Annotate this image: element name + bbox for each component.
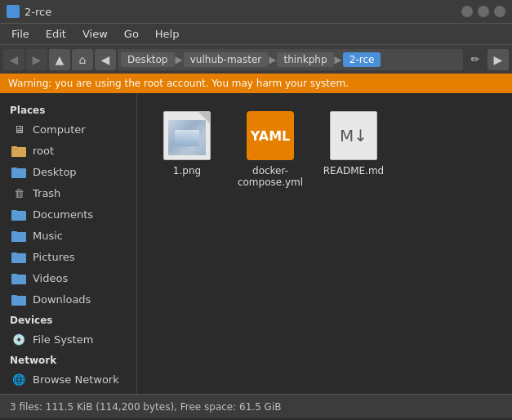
sidebar-item-computer[interactable]: 🖥 Computer xyxy=(2,118,135,140)
sidebar-label-filesystem: File System xyxy=(33,333,93,346)
back-button[interactable]: ◀ xyxy=(3,49,24,70)
breadcrumb-2rce[interactable]: 2-rce xyxy=(343,52,381,67)
yaml-label: YAML xyxy=(251,128,291,144)
places-section-title: Places xyxy=(0,100,136,118)
status-text: 3 files: 111.5 KiB (114,200 bytes), Free… xyxy=(10,401,281,413)
md-thumbnail: M↓ xyxy=(330,111,377,160)
desktop-folder-icon xyxy=(11,164,26,179)
breadcrumb-sep-1: ▶ xyxy=(175,54,184,65)
videos-folder-icon xyxy=(11,270,26,285)
file-label-png: 1.png xyxy=(173,165,201,176)
md-icon-symbol: M↓ xyxy=(340,126,367,145)
toolbar: ◀ ▶ ▲ ⌂ ◀ Desktop ▶ vulhub-master ▶ thin… xyxy=(0,44,512,74)
up-button[interactable]: ▲ xyxy=(49,49,70,70)
window-controls[interactable] xyxy=(461,6,505,17)
menu-edit[interactable]: Edit xyxy=(38,26,74,42)
app-icon xyxy=(7,5,20,18)
downloads-folder-icon xyxy=(11,292,26,306)
sidebar-item-pictures[interactable]: Pictures xyxy=(2,246,135,267)
sidebar-label-pictures: Pictures xyxy=(33,251,74,263)
file-icon-yaml: YAML xyxy=(244,109,296,162)
window-title: 2-rce xyxy=(24,6,51,18)
home-button[interactable]: ⌂ xyxy=(72,49,93,70)
file-item-png[interactable]: 1.png xyxy=(150,106,224,191)
computer-icon: 🖥 xyxy=(11,122,26,136)
sidebar-item-music[interactable]: Music xyxy=(2,225,135,246)
breadcrumb-vulhub[interactable]: vulhub-master xyxy=(184,52,269,67)
png-thumbnail xyxy=(163,111,211,160)
menu-go[interactable]: Go xyxy=(116,26,147,42)
svg-rect-14 xyxy=(11,295,17,297)
sidebar: Places 🖥 Computer root Desktop 🗑 Trash D… xyxy=(0,93,137,394)
file-item-yaml[interactable]: YAML docker-compose.yml xyxy=(234,106,307,191)
close-button[interactable] xyxy=(494,6,505,17)
sidebar-item-desktop[interactable]: Desktop xyxy=(2,161,135,182)
root-folder-icon xyxy=(11,143,26,158)
sidebar-item-videos[interactable]: Videos xyxy=(2,267,135,288)
svg-rect-8 xyxy=(11,231,17,234)
network-section-title: Network xyxy=(0,350,136,369)
sidebar-label-documents: Documents xyxy=(33,208,93,221)
svg-rect-2 xyxy=(11,146,17,149)
main-area: Places 🖥 Computer root Desktop 🗑 Trash D… xyxy=(0,93,512,394)
filesystem-icon: 💿 xyxy=(11,332,26,346)
sidebar-label-desktop: Desktop xyxy=(33,166,77,178)
file-label-yaml: docker-compose.yml xyxy=(237,165,304,188)
warning-bar: Warning: you are using the root account.… xyxy=(0,74,512,93)
sidebar-label-root: root xyxy=(33,145,54,157)
sidebar-label-videos: Videos xyxy=(33,272,68,284)
breadcrumb-arrow-toggle[interactable]: ◀ xyxy=(95,49,116,70)
menu-help[interactable]: Help xyxy=(147,26,188,42)
svg-rect-4 xyxy=(11,168,17,170)
sidebar-label-downloads: Downloads xyxy=(33,293,91,306)
breadcrumb-area: Desktop ▶ vulhub-master ▶ thinkphp ▶ 2-r… xyxy=(118,49,463,70)
yaml-thumbnail: YAML xyxy=(247,111,294,160)
sidebar-item-filesystem[interactable]: 💿 File System xyxy=(2,328,135,350)
title-bar: 2-rce xyxy=(0,0,512,23)
file-icon-png xyxy=(161,109,213,162)
status-bar: 3 files: 111.5 KiB (114,200 bytes), Free… xyxy=(0,394,512,418)
file-label-md: README.md xyxy=(323,165,384,176)
devices-section-title: Devices xyxy=(0,310,136,328)
menu-bar: File Edit View Go Help xyxy=(0,23,512,44)
music-folder-icon xyxy=(11,228,26,243)
svg-rect-12 xyxy=(11,274,17,276)
file-area: 1.png YAML docker-compose.yml M↓ README.… xyxy=(137,93,512,394)
sidebar-item-browse-network[interactable]: 🌐 Browse Network xyxy=(2,369,135,390)
maximize-button[interactable] xyxy=(478,6,489,17)
breadcrumb-sep-2: ▶ xyxy=(268,54,277,65)
forward-button[interactable]: ▶ xyxy=(26,49,47,70)
breadcrumb-thinkphp[interactable]: thinkphp xyxy=(277,52,333,67)
sidebar-item-root[interactable]: root xyxy=(2,140,135,161)
svg-rect-10 xyxy=(11,252,17,255)
sidebar-label-browse-network: Browse Network xyxy=(33,373,119,386)
sidebar-label-music: Music xyxy=(33,230,63,242)
breadcrumb-desktop[interactable]: Desktop xyxy=(121,52,175,67)
menu-file[interactable]: File xyxy=(3,26,38,42)
pictures-folder-icon xyxy=(11,249,26,264)
file-icon-md: M↓ xyxy=(327,109,380,162)
file-item-md[interactable]: M↓ README.md xyxy=(317,106,390,191)
documents-folder-icon xyxy=(11,207,26,221)
breadcrumb-sep-3: ▶ xyxy=(334,54,343,65)
trash-icon: 🗑 xyxy=(11,185,26,200)
sidebar-label-trash: Trash xyxy=(33,187,60,199)
sidebar-item-documents[interactable]: Documents xyxy=(2,203,135,225)
svg-rect-6 xyxy=(11,210,17,212)
title-bar-left: 2-rce xyxy=(7,5,51,18)
new-tab-button[interactable]: ▶ xyxy=(488,49,509,70)
network-icon: 🌐 xyxy=(11,372,26,386)
edit-location-button[interactable]: ✏ xyxy=(465,49,486,70)
sidebar-item-trash[interactable]: 🗑 Trash xyxy=(2,182,135,203)
warning-text: Warning: you are using the root account.… xyxy=(8,78,349,89)
minimize-button[interactable] xyxy=(461,6,473,17)
sidebar-item-downloads[interactable]: Downloads xyxy=(2,288,135,310)
menu-view[interactable]: View xyxy=(74,26,116,42)
sidebar-label-computer: Computer xyxy=(33,123,86,136)
